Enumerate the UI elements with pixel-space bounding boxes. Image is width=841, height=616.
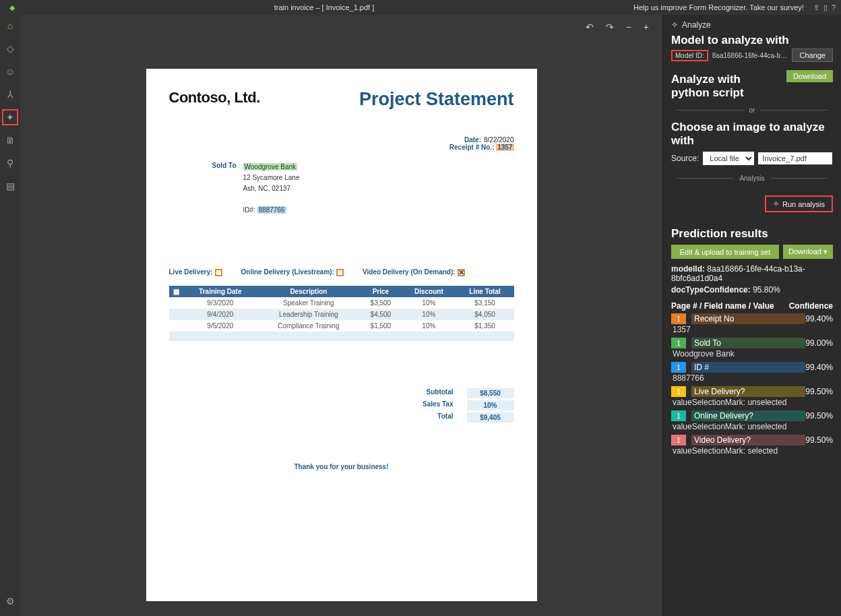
field-value: valueSelectionMark: unselected — [671, 397, 833, 409]
chk-live-label: Live Delivery: — [169, 268, 213, 276]
field-name: ID # — [691, 362, 805, 373]
undo-icon[interactable]: ↶ — [586, 22, 594, 32]
share-icon[interactable]: ⇪ — [813, 3, 819, 12]
help-icon[interactable]: ? — [832, 3, 836, 11]
redo-icon[interactable]: ↷ — [606, 22, 614, 32]
chk-video-box — [458, 269, 465, 276]
settings-icon[interactable]: ⚙ — [2, 593, 18, 609]
plug-icon[interactable]: ⚲ — [2, 155, 18, 171]
field-name: Receipt No — [691, 313, 805, 324]
total-label: Total — [406, 412, 454, 423]
field-confidence: 99.40% — [805, 314, 833, 324]
model-heading: Model to analyze with — [671, 34, 833, 47]
or-divider: or — [749, 106, 755, 114]
prediction-heading: Prediction results — [671, 227, 833, 241]
field-page-badge: 1 — [671, 338, 686, 348]
field-page-badge: 1 — [671, 313, 686, 324]
file-input[interactable] — [758, 152, 832, 164]
soldto-label: Sold To — [169, 162, 237, 216]
field-name: Online Delivery? — [691, 410, 805, 421]
field-row[interactable]: 1Online Delivery?99.50%valueSelectionMar… — [671, 410, 833, 433]
field-confidence: 99.50% — [805, 435, 833, 445]
panel-icon[interactable]: ▯ — [823, 3, 828, 12]
receipt-value: 1357 — [496, 144, 513, 151]
analysis-divider: Analysis — [739, 175, 764, 182]
tax-label: Sales Tax — [406, 400, 454, 410]
zoom-in-icon[interactable]: + — [644, 22, 649, 32]
field-row[interactable]: 1Receipt No99.40%1357 — [671, 313, 833, 336]
right-panel: ✧Analyze Model to analyze with Model ID:… — [662, 15, 841, 616]
thanks-text: Thank you for your business! — [169, 463, 514, 470]
tax-value: 10% — [467, 400, 514, 410]
field-page-badge: 1 — [671, 410, 686, 421]
tag-icon[interactable]: ◇ — [2, 40, 18, 57]
total-value: $9,405 — [467, 412, 514, 423]
source-select[interactable]: Local file — [703, 152, 754, 165]
doc-title: Project Statement — [359, 89, 514, 110]
field-page-badge: 1 — [671, 386, 686, 397]
field-value: Woodgrove Bank — [671, 348, 833, 361]
date-label: Date: — [464, 136, 481, 144]
field-row[interactable]: 1Sold To99.00%Woodgrove Bank — [671, 338, 833, 361]
analyze-header: Analyze — [682, 20, 711, 30]
fields-hdr-right: Confidence — [789, 301, 833, 311]
sidebar: ⌂ ◇ ☺ ⅄ ✦ 🗎 ⚲ ▤ ⚙ — [0, 15, 20, 616]
field-confidence: 99.40% — [805, 363, 833, 372]
line-items-table: ▦Training DateDescriptionPriceDiscountLi… — [169, 286, 514, 341]
home-icon[interactable]: ⌂ — [2, 18, 18, 34]
field-value: valueSelectionMark: selected — [671, 445, 833, 458]
edit-upload-button[interactable]: Edit & upload to training set — [671, 245, 779, 259]
receipt-label: Receipt # No.: — [449, 144, 495, 151]
field-confidence: 99.00% — [805, 338, 833, 348]
modelid-label: modelId: — [671, 264, 705, 274]
logo-icon: ◆ — [9, 3, 15, 12]
subtotal-value: $8,550 — [467, 388, 514, 398]
field-page-badge: 1 — [671, 362, 686, 373]
model-id-value: 8aa16866-16fe-44ca-b13a-8bfc6a... — [712, 52, 788, 59]
sparkle-icon: ✧ — [671, 20, 678, 30]
field-row[interactable]: 1Live Delivery?99.50%valueSelectionMark:… — [671, 386, 833, 409]
id-value: 8887766 — [257, 206, 286, 214]
field-row[interactable]: 1Video Delivery?99.50%valueSelectionMark… — [671, 435, 833, 458]
download-results-button[interactable]: Download ▾ — [783, 245, 833, 259]
users-icon[interactable]: ☺ — [2, 63, 18, 80]
branch-icon[interactable]: ⅄ — [2, 86, 18, 102]
change-button[interactable]: Change — [792, 49, 833, 62]
document-preview: Contoso, Ltd. Project Statement Date:8/2… — [146, 69, 537, 601]
field-confidence: 99.50% — [805, 387, 833, 396]
list-icon[interactable]: ▤ — [2, 178, 18, 194]
id-label: ID#: — [243, 206, 255, 214]
zoom-out-icon[interactable]: − — [626, 22, 631, 32]
window-title: train invoice – [ Invoice_1.pdf ] — [15, 3, 633, 11]
download-script-button[interactable]: Download — [786, 70, 833, 82]
field-value: 1357 — [671, 324, 833, 336]
chk-live-box — [215, 269, 222, 276]
field-page-badge: 1 — [671, 435, 686, 445]
fields-hdr-left: Page # / Field name / Value — [671, 301, 789, 311]
run-analysis-button[interactable]: ✧Run analysis — [765, 195, 833, 212]
field-value: 8887766 — [671, 373, 833, 385]
doc-icon[interactable]: 🗎 — [2, 132, 18, 148]
source-label: Source: — [671, 154, 699, 163]
field-confidence: 99.50% — [805, 411, 833, 421]
model-id-label: Model ID: — [671, 50, 708, 61]
field-name: Video Delivery? — [691, 435, 805, 445]
doctype-value: 95.80% — [753, 285, 780, 295]
field-value: valueSelectionMark: unselected — [671, 421, 833, 433]
date-value: 8/22/2020 — [484, 136, 514, 144]
addr-line1: 12 Sycamore Lane — [243, 174, 300, 181]
choose-heading: Choose an image to analyze with — [671, 121, 833, 148]
chk-online-label: Online Delivery (Livestream): — [241, 268, 334, 276]
canvas-area: ↶ ↷ − + Contoso, Ltd. Project Statement … — [20, 15, 662, 616]
python-heading: Analyze with python script — [671, 73, 772, 100]
survey-link[interactable]: Help us improve Form Recognizer. Take ou… — [633, 3, 804, 11]
doctype-label: docTypeConfidence: — [671, 285, 751, 295]
sparkle-icon: ✧ — [773, 199, 779, 208]
subtotal-label: Subtotal — [406, 388, 454, 398]
field-name: Sold To — [691, 338, 805, 348]
chk-online-box — [336, 269, 344, 276]
chk-video-label: Video Delivery (On Demand): — [363, 268, 456, 276]
gear-icon[interactable]: ✦ — [2, 109, 18, 125]
field-row[interactable]: 1ID #99.40%8887766 — [671, 362, 833, 385]
soldto-name: Woodgrove Bank — [243, 163, 298, 171]
